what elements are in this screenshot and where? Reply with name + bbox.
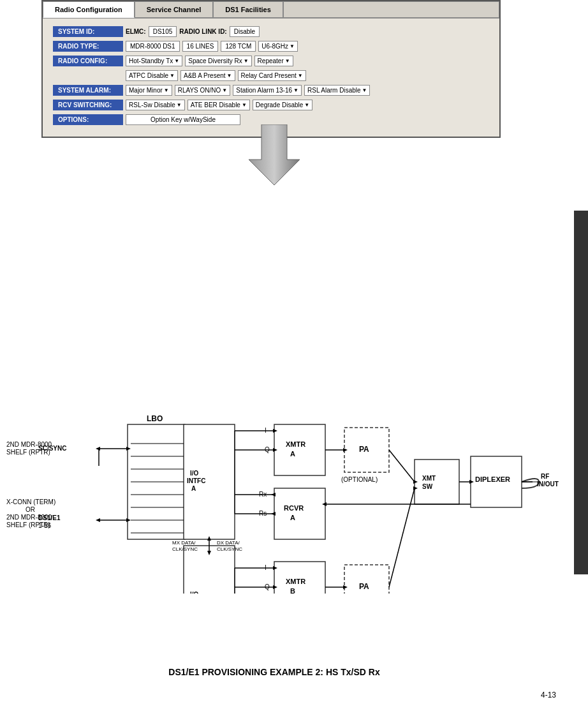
- radio-config-row2: ATPC Disable A&B A Present Relay Card Pr…: [126, 70, 489, 81]
- relay-dropdown[interactable]: Relay Card Present: [238, 70, 306, 81]
- pa-a-label: PA: [359, 445, 369, 454]
- system-id-label: SYSTEM ID:: [53, 26, 123, 37]
- rx-arrow-a: [271, 493, 276, 497]
- relays-dropdown[interactable]: RLAYS ON/NO: [175, 85, 231, 96]
- tab-service-channel[interactable]: Service Channel: [135, 1, 214, 18]
- rcv-switching-row: RCV SWITCHING: RSL-Sw Disable ATE BER Di…: [53, 100, 489, 110]
- atpc-dropdown[interactable]: ATPC Disable: [126, 70, 178, 81]
- lines-value: 16 LINES: [182, 41, 219, 52]
- dx-data-label: DX DATA/: [217, 540, 240, 546]
- options-value: Option Key w/WaySide: [126, 114, 240, 125]
- pa-b-to-xmtsw: [389, 488, 415, 587]
- svg-marker-0: [249, 124, 300, 185]
- rf-in-out-curve: [522, 479, 539, 488]
- io-intfc-a-line3: A: [191, 485, 196, 492]
- system-id-row: SYSTEM ID: ELMC: DS105 RADIO LINK ID: Di…: [53, 26, 489, 37]
- options-row: OPTIONS: Option Key w/WaySide: [53, 114, 489, 125]
- down-arrow: [249, 124, 300, 190]
- elmc-value: DS105: [149, 26, 177, 37]
- radio-config-row2-fields: ATPC Disable A&B A Present Relay Card Pr…: [126, 70, 306, 81]
- xcn-term-label: X-CONN (TERM): [6, 498, 55, 505]
- optional-a-label: (OPTIONAL): [341, 476, 378, 483]
- rsl-alarm-dropdown[interactable]: RSL Alarm Disable: [304, 85, 370, 96]
- arrow-left-lbo: [96, 447, 100, 451]
- radio-link-label: RADIO LINK ID:: [179, 28, 226, 35]
- options-fields: Option Key w/WaySide: [126, 114, 240, 125]
- main-diagram: 2ND MDR-8000 SHELF (RPTR) SC/SYNC X-CONN…: [0, 198, 588, 594]
- mx-clk-label: CLK/SYNC: [172, 546, 198, 552]
- station-alarm-dropdown[interactable]: Station Alarm 13-16: [233, 85, 302, 96]
- io-intfc-a-line1: I/O: [190, 470, 199, 477]
- rf-in-out-label2: IN/OUT: [537, 481, 559, 488]
- freq-dropdown[interactable]: U6-8GHz: [258, 41, 298, 52]
- tab-ds1-facilities[interactable]: DS1 Facilities: [213, 1, 283, 18]
- page-title-container: DS1/E1 PROVISIONING EXAMPLE 2: HS Tx/SD …: [0, 667, 548, 677]
- arrow-left-ds1: [96, 518, 100, 522]
- radio-config-row1-fields: Hot-Standby Tx Space Diversity Rx Repeat…: [126, 56, 293, 66]
- io-intfc-b-line1: I/O: [190, 591, 199, 594]
- ate-ber-dropdown[interactable]: ATE BER Disable: [187, 100, 250, 110]
- dx-clk-label: CLK/SYNC: [217, 546, 242, 552]
- range-label: 1-16: [38, 522, 51, 529]
- side-strip: [574, 211, 588, 574]
- ds1-label: DS1/E1: [38, 514, 61, 521]
- xmtr-a-line1: XMTR: [286, 440, 305, 448]
- rcv-switching-fields: RSL-Sw Disable ATE BER Disable Degrade D…: [126, 100, 312, 110]
- rs-arrow-a: [271, 512, 276, 516]
- page-number: 4-13: [541, 691, 556, 699]
- elmc-label: ELMC:: [126, 28, 146, 35]
- major-minor-dropdown[interactable]: Major Minor: [126, 85, 172, 96]
- tab-radio-config[interactable]: Radio Configuration: [43, 1, 135, 18]
- repeater-dropdown[interactable]: Repeater: [254, 56, 293, 66]
- sc-sync-label: SC/SYNC: [38, 445, 66, 452]
- space-diversity-dropdown[interactable]: Space Diversity Rx: [185, 56, 251, 66]
- rsl-sw-dropdown[interactable]: RSL-Sw Disable: [126, 100, 185, 110]
- tab-empty: [283, 1, 499, 18]
- mx-data-label: MX DATA/: [172, 540, 196, 546]
- xmtr-a-box: [274, 424, 325, 475]
- pa-b-label: PA: [359, 582, 369, 591]
- config-panel: Radio Configuration Service Channel DS1 …: [41, 0, 501, 138]
- arrow-svg: [249, 124, 300, 188]
- pa-a-to-xmtsw: [389, 450, 415, 482]
- radio-type-row: RADIO TYPE: MDR-8000 DS1 16 LINES 128 TC…: [53, 41, 489, 52]
- degrade-dropdown[interactable]: Degrade Disable: [253, 100, 312, 110]
- xmtr-b-line1: XMTR: [286, 578, 305, 585]
- tabs-row: Radio Configuration Service Channel DS1 …: [43, 1, 499, 19]
- io-intfc-a-line2: INTFC: [187, 477, 205, 484]
- radio-type-value: MDR-8000 DS1: [126, 41, 180, 52]
- diplexer-label: DIPLEXER: [475, 475, 510, 483]
- system-alarm-fields: Major Minor RLAYS ON/NO Station Alarm 13…: [126, 85, 370, 96]
- abn-dropdown[interactable]: A&B A Present: [180, 70, 235, 81]
- xmt-sw-line2: SW: [422, 483, 433, 490]
- page-title: DS1/E1 PROVISIONING EXAMPLE 2: HS Tx/SD …: [168, 667, 379, 677]
- rcvr-a-line2: A: [290, 514, 295, 521]
- config-body: SYSTEM ID: ELMC: DS105 RADIO LINK ID: Di…: [43, 19, 499, 137]
- xmtr-b-line2: B: [290, 587, 295, 594]
- system-alarm-row: SYSTEM ALARM: Major Minor RLAYS ON/NO St…: [53, 85, 489, 96]
- system-id-fields: ELMC: DS105 RADIO LINK ID: Disable: [126, 26, 260, 37]
- system-alarm-label: SYSTEM ALARM:: [53, 85, 123, 96]
- rcvr-a-line1: RCVR: [284, 504, 304, 512]
- radio-type-label: RADIO TYPE:: [53, 41, 123, 52]
- rcv-switching-label: RCV SWITCHING:: [53, 100, 123, 110]
- tcm-value: 128 TCM: [221, 41, 256, 52]
- lbo-label: LBO: [147, 414, 163, 423]
- hot-standby-dropdown[interactable]: Hot-Standby Tx: [126, 56, 182, 66]
- diagram-container: 2ND MDR-8000 SHELF (RPTR) SC/SYNC X-CONN…: [0, 198, 588, 594]
- radio-config-row1: RADIO CONFIG: Hot-Standby Tx Space Diver…: [53, 56, 489, 66]
- xmt-sw-box: [415, 460, 459, 504]
- rf-in-out-label1: RF: [541, 473, 549, 480]
- rcvr-a-box: [274, 488, 325, 539]
- xmtr-a-line2: A: [290, 450, 295, 458]
- options-label: OPTIONS:: [53, 114, 123, 125]
- or-label: OR: [26, 506, 35, 513]
- radio-config-label: RADIO CONFIG:: [53, 56, 123, 66]
- radio-type-fields: MDR-8000 DS1 16 LINES 128 TCM U6-8GHz: [126, 41, 298, 52]
- xmt-sw-line1: XMT: [422, 475, 436, 482]
- radio-link-value[interactable]: Disable: [230, 26, 260, 37]
